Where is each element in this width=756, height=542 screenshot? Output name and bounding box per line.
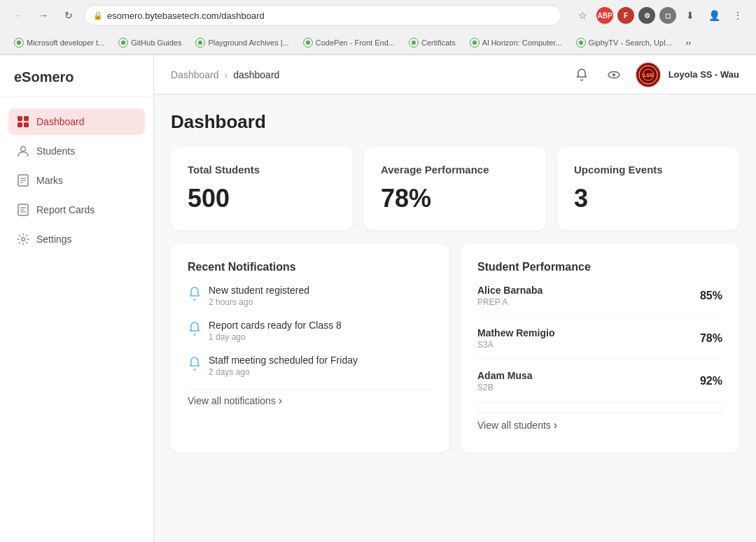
sidebar-item-label: Marks xyxy=(36,175,63,186)
breadcrumb: Dashboard › dashboard xyxy=(171,69,279,80)
view-all-notifications-arrow: › xyxy=(279,394,282,407)
student-name: Mathew Remigio xyxy=(477,327,554,338)
notification-content-2: Report cards ready for Class 8 1 day ago xyxy=(209,320,342,342)
sidebar-item-students[interactable]: Students xyxy=(8,138,145,164)
tab-globe-icon xyxy=(409,38,419,48)
menu-button[interactable]: ⋮ xyxy=(728,6,748,25)
student-class: S3A xyxy=(477,340,554,350)
tab-label: Al Horizon: Computer... xyxy=(482,38,562,47)
sidebar-item-settings[interactable]: Settings xyxy=(8,226,145,252)
tab-label: Certificats xyxy=(421,38,456,47)
back-button[interactable]: ← xyxy=(8,6,28,25)
sidebar-item-marks[interactable]: Marks xyxy=(8,167,145,194)
tab-codepen[interactable]: CodePen - Front End... xyxy=(298,33,400,52)
tab-globe-icon xyxy=(470,38,479,48)
tab-more-button[interactable]: ›› xyxy=(680,38,696,47)
student-class: PREP A xyxy=(477,297,542,307)
tab-bar: Microsoft developer t... GitHub Guides P… xyxy=(0,31,756,55)
student-info-2: Mathew Remigio S3A xyxy=(477,327,554,350)
bottom-row: Recent Notifications New student registe… xyxy=(171,244,739,452)
notifications-title: Recent Notifications xyxy=(188,261,433,273)
student-performance-title: Student Performance xyxy=(477,261,722,273)
extension-gray2[interactable]: ◻ xyxy=(659,7,676,24)
svg-text:LSS: LSS xyxy=(643,73,653,78)
tab-certificats[interactable]: Certificats xyxy=(403,33,461,52)
extension-red[interactable]: F xyxy=(617,7,634,24)
sidebar: eSomero Dashboard xyxy=(0,55,154,542)
notif-time: 2 days ago xyxy=(209,367,358,377)
svg-rect-3 xyxy=(24,122,29,127)
stats-row: Total Students 500 Average Performance 7… xyxy=(171,147,739,230)
bookmark-button[interactable]: ☆ xyxy=(573,6,592,25)
notification-item-3: Staff meeting scheduled for Friday 2 day… xyxy=(188,355,433,377)
notification-content-3: Staff meeting scheduled for Friday 2 day… xyxy=(209,355,358,377)
extension-abp[interactable]: ABP xyxy=(596,7,613,24)
browser-chrome: ← → ↻ 🔒 esomero.bytebasetech.com/dashboa… xyxy=(0,0,756,55)
stat-value: 3 xyxy=(574,184,722,213)
school-name: Loyola SS - Wau xyxy=(668,69,739,80)
student-name: Alice Barnaba xyxy=(477,285,542,296)
view-all-notifications-link[interactable]: View all notifications › xyxy=(188,390,433,411)
sidebar-item-report-cards[interactable]: Report Cards xyxy=(8,197,145,223)
notifications-panel: Recent Notifications New student registe… xyxy=(171,244,449,452)
svg-point-13 xyxy=(22,238,25,241)
stat-label: Total Students xyxy=(188,164,336,176)
sidebar-item-label: Report Cards xyxy=(36,204,94,215)
student-score: 85% xyxy=(700,290,722,302)
tab-microsoft[interactable]: Microsoft developer t... xyxy=(8,33,110,52)
breadcrumb-separator: › xyxy=(225,69,228,80)
students-icon xyxy=(17,145,29,157)
student-name: Adam Musa xyxy=(477,370,533,381)
student-info-1: Alice Barnaba PREP A xyxy=(477,285,542,307)
notif-time: 1 day ago xyxy=(209,332,342,342)
sidebar-item-dashboard[interactable]: Dashboard xyxy=(8,108,145,135)
notif-text: Report cards ready for Class 8 xyxy=(209,320,342,331)
sidebar-item-label: Students xyxy=(36,145,75,157)
profile-button[interactable]: 👤 xyxy=(704,6,724,25)
view-all-students-arrow: › xyxy=(554,419,557,432)
report-cards-icon xyxy=(17,204,29,216)
tab-label: CodePen - Front End... xyxy=(316,38,395,47)
tab-globe-icon xyxy=(195,38,205,48)
main-header: Dashboard › dashboard xyxy=(154,55,756,94)
stat-label: Average Performance xyxy=(381,164,529,176)
student-score: 92% xyxy=(700,375,722,387)
tab-playground[interactable]: Playground Archives |... xyxy=(190,33,294,52)
tab-label: GitHub Guides xyxy=(131,38,181,47)
notification-content-1: New student registered 2 hours ago xyxy=(209,285,309,307)
tab-label: GiphyTV - Search, Upl... xyxy=(589,38,672,47)
page-title: Dashboard xyxy=(171,111,739,133)
extension-dark[interactable]: ⚙ xyxy=(638,7,655,24)
browser-actions: ☆ ABP F ⚙ ◻ ⬇ 👤 ⋮ xyxy=(573,6,748,25)
tab-github[interactable]: GitHub Guides xyxy=(113,33,187,52)
breadcrumb-root[interactable]: Dashboard xyxy=(171,69,219,80)
student-row-2: Mathew Remigio S3A 78% xyxy=(477,327,722,360)
svg-rect-0 xyxy=(18,116,22,121)
tab-globe-icon xyxy=(303,38,313,48)
notification-button[interactable] xyxy=(570,64,593,86)
address-bar[interactable]: 🔒 esomero.bytebasetech.com/dashboard xyxy=(84,5,561,26)
stat-value: 78% xyxy=(381,184,529,213)
download-button[interactable]: ⬇ xyxy=(680,6,700,25)
notif-text: Staff meeting scheduled for Friday xyxy=(209,355,358,366)
sidebar-nav: Dashboard Students xyxy=(0,97,153,264)
view-all-students-link[interactable]: View all students › xyxy=(477,413,722,436)
eye-button[interactable] xyxy=(603,64,625,86)
stat-value: 500 xyxy=(188,184,336,213)
header-right: LSS Loyola SS - Wau xyxy=(570,62,739,88)
tab-giphytv[interactable]: GiphyTV - Search, Upl... xyxy=(570,33,678,52)
student-row-1: Alice Barnaba PREP A 85% xyxy=(477,285,722,318)
dashboard-inner: Dashboard Total Students 500 Average Per… xyxy=(154,94,756,469)
forward-button[interactable]: → xyxy=(34,6,53,25)
sidebar-item-label: Settings xyxy=(36,234,72,245)
bell-icon-2 xyxy=(188,321,202,340)
browser-toolbar: ← → ↻ 🔒 esomero.bytebasetech.com/dashboa… xyxy=(0,0,756,31)
tab-globe-icon xyxy=(118,38,128,48)
sidebar-logo: eSomero xyxy=(0,55,153,97)
view-all-students-label: View all students xyxy=(477,420,551,431)
dashboard-icon xyxy=(17,115,29,128)
tab-alhorizon[interactable]: Al Horizon: Computer... xyxy=(464,33,568,52)
reload-button[interactable]: ↻ xyxy=(59,6,78,25)
app-layout: eSomero Dashboard xyxy=(0,55,756,542)
settings-icon xyxy=(17,233,29,245)
